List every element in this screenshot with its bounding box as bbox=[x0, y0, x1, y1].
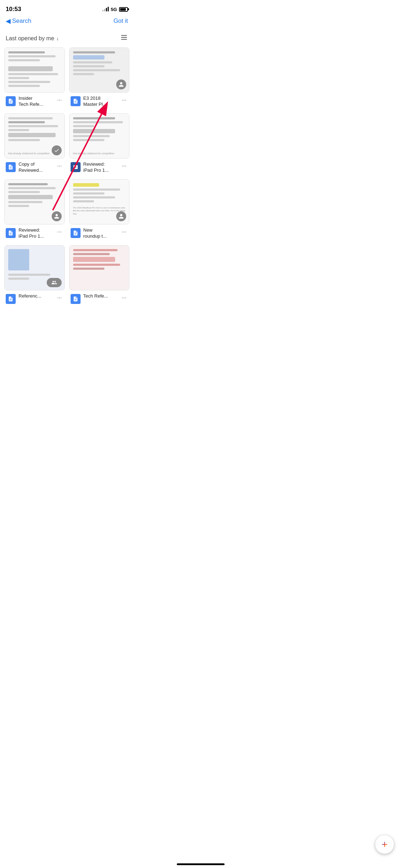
collaborator-avatar bbox=[52, 211, 62, 221]
group-avatar bbox=[47, 278, 62, 287]
gdoc-icon bbox=[71, 96, 81, 106]
status-time: 10:53 bbox=[6, 6, 21, 13]
file-info: Tech Refe... ··· bbox=[69, 290, 130, 305]
network-type: 5G bbox=[111, 7, 117, 12]
file-info: Reviewed:iPad Pro 1... ··· bbox=[4, 224, 65, 241]
file-name: Reviewed:iPad Pro 1... bbox=[83, 161, 118, 174]
gdoc-icon bbox=[6, 162, 16, 172]
file-menu-button[interactable]: ··· bbox=[120, 227, 128, 237]
status-icons: 5G bbox=[102, 7, 128, 12]
files-grid: InsiderTech Refe... ··· E3 2 bbox=[0, 47, 134, 334]
file-info: Copy ofReviewed... ··· bbox=[4, 159, 65, 175]
file-name-area: Newroundup t... bbox=[83, 227, 118, 239]
file-thumbnail: The 2020 MacBook Pro Form a core of ente… bbox=[69, 179, 130, 224]
gdoc-icon bbox=[6, 228, 16, 238]
sort-bar: Last opened by me ↓ bbox=[0, 28, 134, 47]
file-name: Newroundup t... bbox=[83, 227, 118, 239]
file-card[interactable]: Referenc... ··· bbox=[4, 245, 65, 305]
sort-selector[interactable]: Last opened by me ↓ bbox=[6, 35, 59, 42]
file-name-area: Copy ofReviewed... bbox=[19, 161, 53, 174]
signal-icon bbox=[102, 7, 109, 11]
file-name: Referenc... bbox=[19, 293, 53, 299]
file-thumbnail: that already clobbered its competition bbox=[4, 113, 65, 159]
nav-bar: ◀ Search Got it bbox=[0, 16, 134, 28]
file-name: Reviewed:iPad Pro 1... bbox=[19, 227, 53, 239]
file-info: Newroundup t... ··· bbox=[69, 224, 130, 241]
file-menu-button[interactable]: ··· bbox=[120, 161, 128, 171]
file-name-area: Tech Refe... bbox=[83, 293, 118, 299]
collaborator-avatar bbox=[116, 79, 126, 89]
gdoc-icon bbox=[6, 96, 16, 106]
svg-rect-2 bbox=[121, 39, 127, 40]
file-name-area: Reviewed:iPad Pro 1... bbox=[19, 227, 53, 239]
file-menu-button[interactable]: ··· bbox=[56, 293, 63, 303]
file-name: InsiderTech Refe... bbox=[19, 95, 53, 108]
checkmark-avatar bbox=[52, 145, 62, 155]
gdoc-icon bbox=[6, 294, 16, 304]
gdoc-icon bbox=[71, 228, 81, 238]
file-info: E3 2018Master Pl... ··· bbox=[69, 93, 130, 109]
file-card[interactable]: Reviewed:iPad Pro 1... ··· bbox=[4, 179, 65, 241]
back-button[interactable]: ◀ Search bbox=[6, 17, 31, 25]
file-thumbnail bbox=[4, 245, 65, 290]
file-thumbnail: that already clobbered its competition bbox=[69, 113, 130, 159]
word-icon bbox=[71, 162, 81, 172]
file-thumbnail bbox=[4, 47, 65, 93]
status-bar: 10:53 5G bbox=[0, 0, 134, 16]
file-name-area: E3 2018Master Pl... bbox=[83, 95, 118, 108]
file-name: Tech Refe... bbox=[83, 293, 118, 299]
file-name-area: Reviewed:iPad Pro 1... bbox=[83, 161, 118, 174]
file-card[interactable]: InsiderTech Refe... ··· bbox=[4, 47, 65, 109]
svg-rect-1 bbox=[121, 37, 127, 38]
file-menu-button[interactable]: ··· bbox=[56, 95, 63, 105]
file-card[interactable]: The 2020 MacBook Pro Form a core of ente… bbox=[69, 179, 130, 241]
view-toggle-button[interactable] bbox=[120, 33, 128, 43]
file-card[interactable]: Tech Refe... ··· bbox=[69, 245, 130, 305]
file-menu-button[interactable]: ··· bbox=[120, 293, 128, 303]
file-name-area: Referenc... bbox=[19, 293, 53, 299]
sort-label-text: Last opened by me bbox=[6, 35, 54, 42]
gdoc-icon bbox=[71, 294, 81, 304]
svg-rect-0 bbox=[121, 35, 127, 36]
file-card[interactable]: that already clobbered its competition R… bbox=[69, 113, 130, 175]
file-info: Reviewed:iPad Pro 1... ··· bbox=[69, 159, 130, 175]
got-it-button[interactable]: Got it bbox=[113, 17, 128, 25]
file-thumbnail bbox=[4, 179, 65, 224]
file-info: Referenc... ··· bbox=[4, 290, 65, 305]
battery-icon bbox=[119, 7, 128, 12]
file-menu-button[interactable]: ··· bbox=[120, 95, 128, 105]
file-card[interactable]: that already clobbered its competition C… bbox=[4, 113, 65, 175]
file-name: Copy ofReviewed... bbox=[19, 161, 53, 174]
file-menu-button[interactable]: ··· bbox=[56, 227, 63, 237]
collaborator-avatar bbox=[116, 211, 126, 221]
file-info: InsiderTech Refe... ··· bbox=[4, 93, 65, 109]
file-menu-button[interactable]: ··· bbox=[56, 161, 63, 171]
back-arrow-icon: ◀ bbox=[6, 17, 11, 25]
file-card[interactable]: E3 2018Master Pl... ··· bbox=[69, 47, 130, 109]
file-name: E3 2018Master Pl... bbox=[83, 95, 118, 108]
back-label: Search bbox=[12, 17, 31, 25]
file-name-area: InsiderTech Refe... bbox=[19, 95, 53, 108]
sort-arrow-icon: ↓ bbox=[56, 36, 59, 41]
file-thumbnail bbox=[69, 47, 130, 93]
file-thumbnail bbox=[69, 245, 130, 290]
